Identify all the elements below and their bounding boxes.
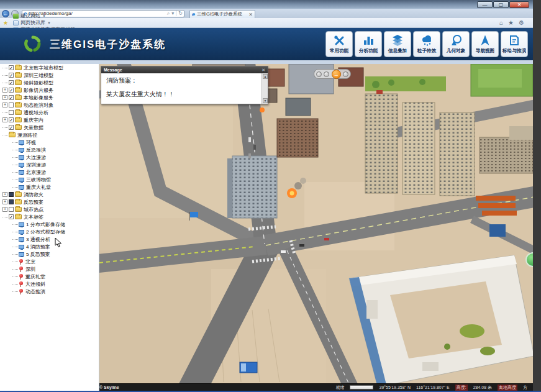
expand-plus-icon[interactable]: + bbox=[2, 207, 7, 212]
tree-item[interactable]: 北京 bbox=[0, 258, 99, 265]
scroll-up-icon[interactable]: ▲ bbox=[263, 74, 268, 79]
tree-item[interactable]: 环视 bbox=[0, 139, 99, 146]
expand-plus-icon[interactable]: + bbox=[2, 95, 7, 100]
green-folder-icon bbox=[13, 14, 19, 19]
checkbox[interactable] bbox=[9, 207, 14, 212]
maximize-button[interactable]: ▢ bbox=[493, 1, 509, 8]
tree-item[interactable]: +城市热点 bbox=[0, 206, 99, 213]
toolbar-button-分析功能[interactable]: 分析功能 bbox=[355, 31, 382, 57]
tree-item[interactable]: ✓倾斜摄影模型 bbox=[0, 79, 99, 86]
close-button[interactable]: ✕ bbox=[509, 1, 529, 8]
tree-item[interactable]: 5 反恐预案 bbox=[0, 250, 99, 258]
tree-item[interactable]: 2 分布式模型存储 bbox=[0, 228, 99, 235]
tree-item[interactable]: 通视域分析 bbox=[0, 109, 99, 116]
checkbox[interactable]: ✓ bbox=[9, 88, 14, 93]
expand-plus-icon[interactable]: + bbox=[2, 103, 7, 107]
minimize-button[interactable]: — bbox=[477, 1, 493, 8]
message-popup-titlebar[interactable]: Message ✕ bbox=[101, 66, 268, 73]
favorites-star-icon[interactable]: ★ bbox=[3, 20, 8, 26]
favorite-item[interactable]: 建议网站▼ bbox=[13, 12, 80, 19]
tree-item[interactable]: 漫游路径 bbox=[0, 131, 99, 139]
tree-connector bbox=[12, 187, 18, 188]
layer-tree-panel: ✓北京数字城市模型✓深圳三维模型✓倾斜摄影模型+✓影像切片服务+✓本地影像服务+… bbox=[0, 64, 99, 391]
tree-item[interactable]: 动态推演 bbox=[0, 288, 99, 295]
chevron-down-icon[interactable]: ▼ bbox=[42, 14, 46, 18]
tree-item[interactable]: 3 通视分析 bbox=[0, 235, 99, 243]
toolbar-button-粒子特效[interactable]: 粒子特效 bbox=[413, 31, 440, 57]
tab-title: 三维GIS电子沙盘系统 bbox=[197, 11, 248, 17]
app-toolbar: 常用功能分析功能信息叠加粒子特效几何对象导航视图标绘与推演 bbox=[325, 31, 528, 57]
rewind-button[interactable] bbox=[324, 71, 329, 77]
tree-item[interactable]: ✓文本标签 bbox=[0, 213, 99, 221]
tree-item[interactable]: +✓重庆室内 bbox=[0, 116, 99, 124]
tree-item[interactable]: ✓深圳三维模型 bbox=[0, 71, 99, 79]
toolbar-button-label: 导航视图 bbox=[476, 47, 494, 53]
checkbox[interactable]: ✓ bbox=[9, 95, 14, 100]
refresh-icon[interactable]: ↻ bbox=[178, 11, 183, 16]
step-back-button[interactable] bbox=[316, 71, 322, 77]
monitor-icon bbox=[19, 230, 24, 234]
tree-item[interactable]: 深圳漫游 bbox=[0, 161, 99, 168]
map-viewport[interactable]: Message ✕ 消防预案：某大厦发生重大火情！！ ▲ ▼ → bbox=[99, 64, 533, 383]
tree-item[interactable]: +反恐预案 bbox=[0, 198, 99, 206]
tree-item[interactable]: 重庆大礼堂 bbox=[0, 183, 99, 191]
tree-item[interactable]: 北京漫游 bbox=[0, 168, 99, 176]
checkbox[interactable] bbox=[9, 192, 14, 197]
toolbar-button-导航视图[interactable]: 导航视图 bbox=[471, 31, 499, 57]
window-titlebar[interactable]: — ▢ ✕ bbox=[0, 0, 533, 9]
tree-connector bbox=[2, 217, 8, 217]
settings-gear-icon[interactable]: ⚙ bbox=[519, 19, 524, 26]
tree-connector bbox=[12, 262, 18, 262]
tree-item[interactable]: 反恐推演 bbox=[0, 146, 99, 153]
browser-tab[interactable]: e 三维GIS电子沙盘系统 ✕ bbox=[189, 10, 255, 18]
tree-item[interactable]: 三峡博物馆 bbox=[0, 176, 99, 183]
dropdown-icon[interactable]: ▾ bbox=[171, 11, 174, 16]
scroll-down-icon[interactable]: ▼ bbox=[263, 98, 268, 103]
tree-item-label: 2 分布式模型存储 bbox=[26, 229, 65, 235]
expand-plus-icon[interactable]: + bbox=[2, 117, 7, 122]
expand-plus-icon[interactable]: + bbox=[2, 192, 7, 197]
expand-plus-icon[interactable]: + bbox=[2, 88, 7, 93]
checkbox[interactable] bbox=[9, 103, 14, 107]
chevron-down-icon[interactable]: ▼ bbox=[47, 21, 51, 25]
checkbox[interactable] bbox=[9, 110, 14, 115]
checkbox[interactable]: ✓ bbox=[9, 117, 14, 122]
checkbox[interactable]: ✓ bbox=[9, 125, 14, 130]
screen: — ▢ ✕ ← → e http://atidedemo/ga/ ⌕ ▾ ↻ e bbox=[0, 0, 541, 392]
favorites-icon[interactable]: ★ bbox=[508, 19, 514, 26]
skyline-watermark: © Skyline bbox=[99, 385, 119, 390]
checkbox[interactable]: ✓ bbox=[9, 214, 14, 219]
tab-close-icon[interactable]: ✕ bbox=[248, 12, 253, 17]
toolbar-button-常用功能[interactable]: 常用功能 bbox=[325, 31, 353, 57]
tree-connector bbox=[12, 254, 18, 255]
toolbar-button-信息叠加[interactable]: 信息叠加 bbox=[384, 31, 411, 57]
toolbar-button-几何对象[interactable]: 几何对象 bbox=[442, 31, 470, 57]
tree-item[interactable]: +✓本地影像服务 bbox=[0, 94, 99, 101]
message-scrollbar[interactable]: ▲ ▼ bbox=[261, 73, 268, 104]
tree-item[interactable]: 大连漫游 bbox=[0, 153, 99, 161]
favorite-item[interactable]: 网页快讯库▼ bbox=[13, 19, 80, 26]
tree-item[interactable]: 重庆礼堂 bbox=[0, 273, 99, 280]
tree-item[interactable]: 4 消防预案 bbox=[0, 243, 99, 250]
checkbox[interactable]: ✓ bbox=[9, 73, 14, 78]
step-forward-button[interactable] bbox=[343, 71, 348, 77]
home-icon[interactable]: ⌂ bbox=[499, 19, 503, 26]
play-button[interactable]: → bbox=[332, 70, 341, 79]
checkbox[interactable]: ✓ bbox=[9, 80, 14, 85]
toolbar-button-标绘与推演[interactable]: 标绘与推演 bbox=[501, 31, 528, 57]
tree-item[interactable]: +✓影像切片服务 bbox=[0, 86, 99, 94]
tree-item[interactable]: +动态推演对象 bbox=[0, 101, 99, 109]
tree-item[interactable]: 大连倾斜 bbox=[0, 280, 99, 288]
tree-item[interactable]: ✓北京数字城市模型 bbox=[0, 64, 99, 71]
expand-plus-icon[interactable]: + bbox=[2, 199, 7, 204]
pin-icon bbox=[19, 267, 23, 270]
search-icon[interactable]: ⌕ bbox=[167, 11, 170, 17]
tree-item[interactable]: 1 分布式影像存储 bbox=[0, 221, 99, 228]
message-popup: Message ✕ 消防预案：某大厦发生重大火情！！ ▲ ▼ bbox=[101, 66, 268, 104]
checkbox[interactable] bbox=[9, 199, 14, 204]
tree-item[interactable]: ✓矢量数据 bbox=[0, 124, 99, 131]
checkbox[interactable]: ✓ bbox=[9, 65, 14, 70]
tree-item[interactable]: 深圳 bbox=[0, 265, 99, 273]
message-close-icon[interactable]: ✕ bbox=[261, 68, 265, 73]
tree-item[interactable]: +消防救火 bbox=[0, 191, 99, 198]
